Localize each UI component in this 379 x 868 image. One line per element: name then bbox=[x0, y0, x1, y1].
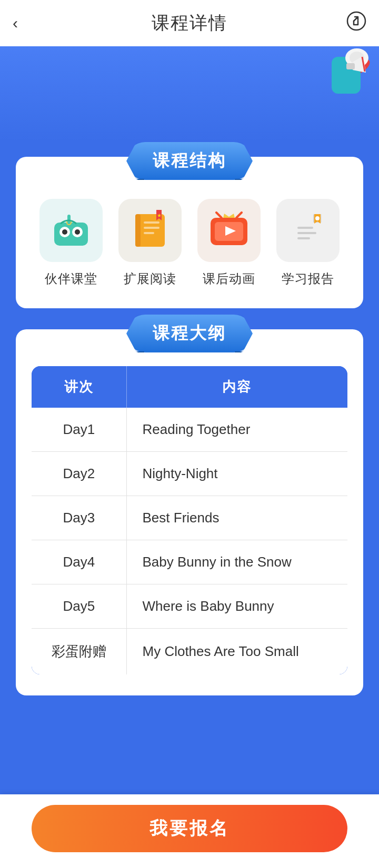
icon-item-book: ★ 扩展阅读 bbox=[118, 199, 182, 287]
svg-rect-25 bbox=[297, 227, 313, 229]
course-icons-row: 伙伴课堂 ★ bbox=[32, 199, 347, 287]
share-button[interactable] bbox=[346, 11, 366, 35]
table-cell-content: Where is Baby Bunny bbox=[126, 584, 347, 629]
tv-icon bbox=[208, 211, 250, 249]
table-cell-content: Baby Bunny in the Snow bbox=[126, 540, 347, 584]
table-cell-day: 彩蛋附赠 bbox=[32, 629, 126, 675]
icon-item-partner: 伙伴课堂 bbox=[39, 199, 103, 287]
svg-rect-12 bbox=[67, 215, 71, 224]
icon-item-tv: 课后动画 bbox=[197, 199, 261, 287]
register-button[interactable]: 我要报名 bbox=[32, 805, 347, 852]
table-header-row: 讲次 内容 bbox=[32, 366, 347, 408]
course-outline-card: 课程大纲 讲次 内容 Day1Reading TogetherDay2Night… bbox=[16, 329, 363, 695]
col-header-content: 内容 bbox=[126, 366, 347, 408]
tv-label: 课后动画 bbox=[203, 270, 255, 287]
table-cell-day: Day4 bbox=[32, 540, 126, 584]
book-label: 扩展阅读 bbox=[124, 270, 176, 287]
svg-point-10 bbox=[75, 229, 80, 235]
svg-rect-5 bbox=[346, 63, 355, 69]
svg-text:★: ★ bbox=[157, 213, 162, 218]
svg-rect-17 bbox=[144, 232, 154, 234]
course-table-container: 讲次 内容 Day1Reading TogetherDay2Nighty-Nig… bbox=[32, 366, 347, 674]
main-content: 课程结构 bbox=[0, 157, 379, 780]
table-row: 彩蛋附赠My Clothes Are Too Small bbox=[32, 629, 347, 675]
back-button[interactable]: ‹ bbox=[13, 14, 18, 32]
svg-line-22 bbox=[216, 213, 222, 218]
course-structure-title-banner: 课程结构 bbox=[126, 142, 253, 180]
table-row: Day1Reading Together bbox=[32, 408, 347, 452]
svg-point-0 bbox=[347, 12, 365, 30]
course-table: 讲次 内容 Day1Reading TogetherDay2Nighty-Nig… bbox=[32, 366, 347, 674]
bottom-bar: 我要报名 bbox=[0, 794, 379, 868]
table-cell-content: Best Friends bbox=[126, 496, 347, 540]
tv-icon-box bbox=[197, 199, 261, 262]
svg-rect-6 bbox=[54, 223, 88, 246]
svg-rect-26 bbox=[297, 232, 316, 234]
report-icon-box bbox=[276, 199, 340, 262]
partner-icon-box bbox=[39, 199, 103, 262]
col-header-day: 讲次 bbox=[32, 366, 126, 408]
page-title: 课程详情 bbox=[152, 11, 227, 35]
book-icon: ★ bbox=[131, 210, 169, 251]
partner-icon bbox=[50, 212, 92, 249]
course-structure-card: 课程结构 bbox=[16, 157, 363, 308]
table-body: Day1Reading TogetherDay2Nighty-NightDay3… bbox=[32, 408, 347, 674]
course-outline-title-banner: 课程大纲 bbox=[126, 315, 253, 352]
course-outline-title: 课程大纲 bbox=[153, 324, 226, 342]
svg-rect-27 bbox=[297, 237, 310, 239]
table-cell-day: Day5 bbox=[32, 584, 126, 629]
course-structure-title: 课程结构 bbox=[153, 151, 226, 170]
banner bbox=[0, 46, 379, 141]
table-cell-content: Nighty-Night bbox=[126, 452, 347, 496]
svg-line-23 bbox=[236, 213, 242, 218]
banner-decoration bbox=[274, 46, 379, 138]
svg-rect-16 bbox=[144, 227, 159, 229]
partner-label: 伙伴课堂 bbox=[45, 270, 97, 287]
icon-item-report: 学习报告 bbox=[276, 199, 340, 287]
book-icon-box: ★ bbox=[118, 199, 182, 262]
header: ‹ 课程详情 bbox=[0, 0, 379, 46]
report-icon bbox=[289, 210, 327, 251]
svg-rect-15 bbox=[144, 221, 159, 224]
table-row: Day2Nighty-Night bbox=[32, 452, 347, 496]
svg-rect-14 bbox=[135, 214, 141, 247]
table-row: Day5Where is Baby Bunny bbox=[32, 584, 347, 629]
table-cell-content: Reading Together bbox=[126, 408, 347, 452]
svg-point-28 bbox=[315, 216, 320, 220]
table-row: Day4Baby Bunny in the Snow bbox=[32, 540, 347, 584]
svg-point-9 bbox=[62, 229, 67, 235]
table-cell-day: Day1 bbox=[32, 408, 126, 452]
share-icon bbox=[346, 11, 366, 31]
report-label: 学习报告 bbox=[282, 270, 334, 287]
table-row: Day3Best Friends bbox=[32, 496, 347, 540]
table-cell-content: My Clothes Are Too Small bbox=[126, 629, 347, 675]
table-cell-day: Day3 bbox=[32, 496, 126, 540]
table-cell-day: Day2 bbox=[32, 452, 126, 496]
